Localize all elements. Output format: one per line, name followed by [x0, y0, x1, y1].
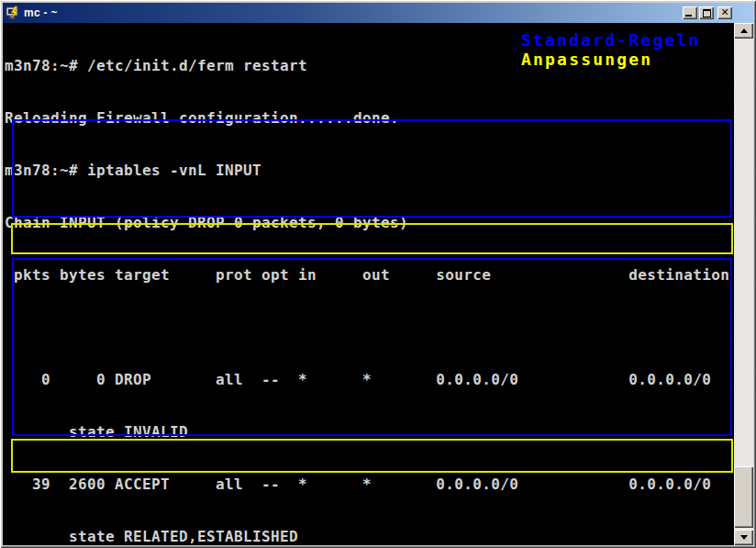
terminal-line: [5, 319, 729, 336]
terminal-line: Reloading Firewall configuration......do…: [5, 109, 729, 127]
scroll-up-button[interactable]: [734, 23, 753, 39]
maximize-button[interactable]: [699, 6, 714, 19]
annotation-custom-rules: Anpassungen: [521, 50, 652, 69]
terminal-table-header: pkts bytes target prot opt in out source…: [5, 266, 729, 284]
minimize-icon: [685, 15, 692, 17]
terminal-window: mc - ~ ✕ m3n78:~# /etc/init.d/ferm resta…: [0, 0, 756, 548]
minimize-button[interactable]: [683, 6, 697, 19]
window-controls: ✕: [683, 6, 732, 19]
scroll-down-icon: [740, 535, 748, 543]
scrollbar-thumb[interactable]: [734, 466, 753, 528]
annotation-standard-rules: Standard-Regeln: [521, 31, 701, 50]
window-content: m3n78:~# /etc/init.d/ferm restart Reload…: [3, 23, 753, 545]
terminal-rule-row: state INVALID: [5, 423, 729, 441]
scroll-up-icon: [740, 25, 748, 33]
terminal-line: m3n78:~# iptables -vnL INPUT: [5, 162, 729, 179]
close-icon: ✕: [720, 7, 728, 17]
scroll-down-button[interactable]: [734, 530, 753, 545]
terminal-rule-row: 0 0 DROP all -- * * 0.0.0.0/0 0.0.0.0/0: [5, 371, 729, 388]
titlebar[interactable]: mc - ~ ✕: [3, 3, 753, 23]
terminal-screen[interactable]: m3n78:~# /etc/init.d/ferm restart Reload…: [3, 23, 734, 545]
terminal-rule-row: 39 2600 ACCEPT all -- * * 0.0.0.0/0 0.0.…: [5, 475, 729, 493]
close-button[interactable]: ✕: [717, 6, 732, 19]
terminal-rule-row: state RELATED,ESTABLISHED: [5, 528, 729, 545]
maximize-icon: [703, 9, 711, 17]
putty-terminal-icon: [6, 6, 20, 20]
terminal-output: m3n78:~# /etc/init.d/ferm restart Reload…: [5, 23, 729, 545]
terminal-line: Chain INPUT (policy DROP 0 packets, 0 by…: [5, 214, 729, 231]
vertical-scrollbar[interactable]: [734, 23, 753, 545]
window-title: mc - ~: [24, 6, 58, 19]
